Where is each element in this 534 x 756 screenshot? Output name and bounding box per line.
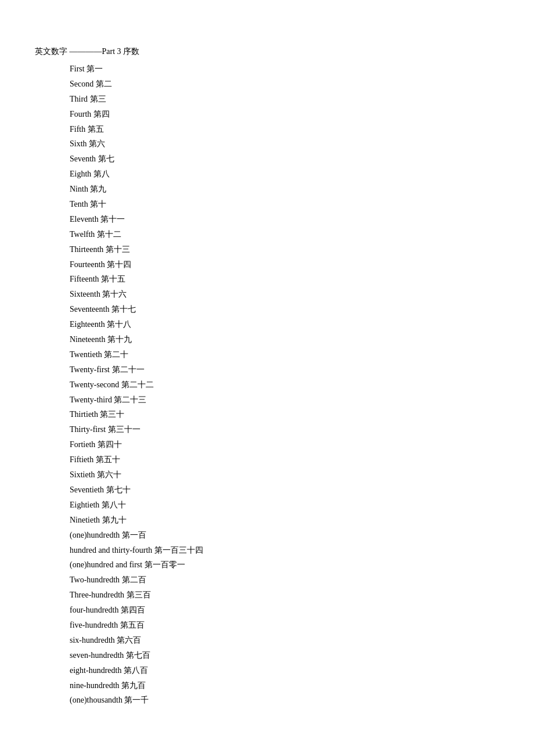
list-item: Ninth 第九 [70,182,499,197]
list-item: Two-hundredth 第二百 [70,573,499,588]
list-item: hundred and thirty-fourth 第一百三十四 [70,543,499,558]
list-item: Twenty-third 第二十三 [70,393,499,408]
list-item: Fortieth 第四十 [70,437,499,452]
list-item: Eightieth 第八十 [70,498,499,513]
list-item: Thirty-first 第三十一 [70,422,499,437]
list-item: Tenth 第十 [70,197,499,212]
list-item: Seventeenth 第十七 [70,302,499,317]
list-item: Eleventh 第十一 [70,212,499,227]
list-item: Sixteenth 第十六 [70,287,499,302]
list-item: Seventieth 第七十 [70,483,499,498]
list-item: Thirtieth 第三十 [70,407,499,422]
list-item: eight-hundredth 第八百 [70,663,499,678]
list-item: Fiftieth 第五十 [70,452,499,467]
list-item: Ninetieth 第九十 [70,513,499,528]
list-item: six-hundredth 第六百 [70,633,499,648]
list-item: Second 第二 [70,77,499,92]
list-item: four-hundredth 第四百 [70,603,499,618]
list-item: Fifth 第五 [70,122,499,137]
list-item: Twelfth 第十二 [70,227,499,242]
list-item: Third 第三 [70,92,499,107]
list-item: (one)thousandth 第一千 [70,693,499,708]
list-item: Fifteenth 第十五 [70,272,499,287]
list-item: Nineteenth 第十九 [70,332,499,347]
list-item: (one)hundredth 第一百 [70,528,499,543]
list-item: Thirteenth 第十三 [70,242,499,257]
list-item: Fourth 第四 [70,107,499,122]
list-item: nine-hundredth 第九百 [70,678,499,693]
list-item: Sixtieth 第六十 [70,467,499,483]
list-item: Twentieth 第二十 [70,347,499,362]
list-item: Twenty-second 第二十二 [70,377,499,393]
list-item: five-hundredth 第五百 [70,618,499,633]
list-item: Three-hundredth 第三百 [70,588,499,603]
list-item: Fourteenth 第十四 [70,257,499,272]
list-item: Sixth 第六 [70,136,499,152]
list-item: First 第一 [70,62,499,77]
list-item: seven-hundredth 第七百 [70,648,499,663]
page-title: 英文数字 ————Part 3 序数 [35,46,499,57]
list-item: (one)hundred and first 第一百零一 [70,557,499,573]
list-item: Seventh 第七 [70,152,499,167]
list-item: Eighteenth 第十八 [70,317,499,332]
list-item: Twenty-first 第二十一 [70,362,499,377]
content-list: First 第一Second 第二Third 第三Fourth 第四Fifth … [35,62,499,708]
list-item: Eighth 第八 [70,167,499,182]
page-container: 英文数字 ————Part 3 序数 First 第一Second 第二Thir… [35,46,499,708]
